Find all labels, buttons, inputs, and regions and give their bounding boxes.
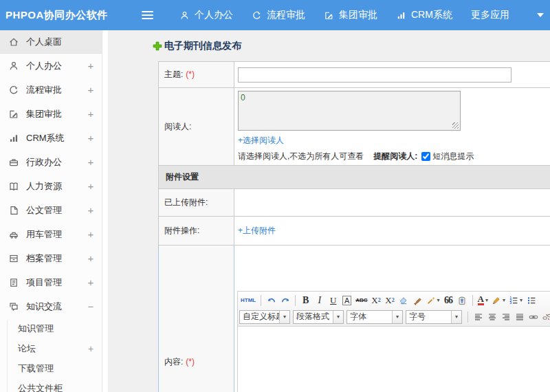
sidebar-item-project-management[interactable]: 项目管理 +: [0, 270, 102, 294]
paragraph-format-select[interactable]: 段落格式▾: [293, 310, 344, 324]
subscript-button[interactable]: X2: [384, 294, 397, 307]
bar-chart-icon: [8, 133, 19, 144]
chat-icon: [8, 301, 19, 312]
eraser-icon[interactable]: [397, 294, 410, 307]
font-color-button[interactable]: A▾: [476, 294, 490, 307]
expand-toggle[interactable]: +: [87, 60, 95, 72]
expand-toggle[interactable]: +: [87, 180, 95, 192]
uploaded-attachments-label: 已上传附件:: [164, 197, 208, 207]
align-right-icon[interactable]: [499, 310, 512, 324]
attachment-op-label-cell: 附件操作:: [159, 217, 234, 246]
auto-typeset-icon[interactable]: ▾: [425, 294, 441, 307]
nav-more-apps[interactable]: 更多应用: [471, 9, 509, 21]
sidebar-item-crm-system[interactable]: CRM系统 +: [0, 126, 102, 150]
attachment-section-row: 附件设置: [159, 166, 550, 189]
unordered-list-icon[interactable]: [525, 294, 538, 307]
font-size-select[interactable]: 字号▾: [406, 310, 462, 324]
align-left-icon[interactable]: [472, 310, 485, 324]
sidebar-item-human-resources[interactable]: 人力资源 +: [0, 174, 102, 198]
caret-down-icon[interactable]: [537, 13, 544, 17]
paste-text-icon[interactable]: [456, 294, 469, 307]
italic-button[interactable]: I: [313, 294, 326, 307]
expand-toggle[interactable]: +: [87, 204, 95, 216]
nav-workflow-approval[interactable]: 流程审批: [252, 9, 305, 21]
select-readers-link[interactable]: +选择阅读人: [238, 135, 284, 145]
expand-toggle[interactable]: +: [87, 108, 95, 120]
publish-form: 主题:(*) 阅读人: 0 +选择阅读人 请选择阅读人,不选为所有人可查看: [158, 61, 550, 392]
expand-toggle[interactable]: +: [87, 156, 95, 168]
readers-textarea-wrap: 0: [238, 91, 461, 133]
nav-crm-system[interactable]: CRM系统: [396, 9, 452, 21]
sms-notify-checkbox[interactable]: [421, 152, 430, 161]
highlight-icon[interactable]: ▾: [490, 294, 507, 307]
expand-toggle[interactable]: +: [87, 252, 95, 264]
expand-toggle[interactable]: +: [87, 343, 95, 354]
sidebar-item-workflow-approval[interactable]: 流程审批 +: [0, 78, 102, 102]
subject-input[interactable]: [238, 67, 512, 83]
uploaded-label-cell: 已上传附件:: [159, 189, 234, 217]
nav-personal-office[interactable]: 个人办公: [179, 9, 233, 21]
sidebar-subitem-public-file-cabinet[interactable]: 公共文件柜: [0, 378, 102, 392]
sidebar-submenu: 知识管理 论坛 + 下载管理 公共文件柜: [0, 318, 102, 392]
toolbar-separator: [472, 295, 473, 306]
undo-icon[interactable]: [265, 294, 278, 307]
sidebar-item-label: 档案管理: [26, 252, 87, 265]
menu-icon[interactable]: [142, 11, 153, 20]
heading-select[interactable]: 自定义标题▾: [239, 310, 290, 324]
font-family-select[interactable]: 字体▾: [346, 310, 403, 324]
sidebar-item-group-approval[interactable]: 集团审批 +: [0, 102, 102, 126]
sidebar-item-label: 项目管理: [26, 276, 87, 289]
source-code-button[interactable]: HTML: [239, 294, 257, 307]
superscript-button[interactable]: X2: [370, 294, 383, 307]
sidebar-subitem-download-management[interactable]: 下载管理: [0, 358, 102, 378]
sidebar-subitem-forum[interactable]: 论坛 +: [0, 338, 102, 358]
sidebar-item-personal-office[interactable]: 个人办公 +: [0, 54, 102, 78]
toolbar-separator: [261, 295, 261, 306]
unlink-icon[interactable]: [540, 310, 550, 324]
subject-label: 主题:: [164, 69, 183, 79]
book-icon: [8, 181, 19, 192]
edit-icon: [324, 10, 334, 21]
expand-toggle[interactable]: +: [87, 276, 95, 288]
format-painter-icon[interactable]: [411, 294, 424, 307]
font-border-button[interactable]: A: [340, 294, 353, 307]
sidebar-item-archive-management[interactable]: 档案管理 +: [0, 246, 102, 270]
readers-hint: 请选择阅读人,不选为所有人可查看: [238, 151, 364, 162]
editor-content-area[interactable]: [238, 327, 550, 392]
sidebar-item-knowledge-exchange[interactable]: 知识交流 −: [0, 294, 102, 318]
car-icon: [8, 229, 19, 240]
person-icon: [179, 10, 190, 21]
expand-toggle[interactable]: +: [87, 84, 95, 96]
underline-button[interactable]: U: [327, 294, 340, 307]
sidebar-item-administrative-office[interactable]: 行政办公 +: [0, 150, 102, 174]
link-icon[interactable]: [527, 310, 540, 324]
rich-text-editor: HTML B I U A ABC: [237, 291, 550, 392]
readers-label-cell: 阅读人:: [159, 88, 234, 166]
sidebar-item-personal-desktop[interactable]: 个人桌面: [0, 30, 102, 54]
process-icon: [252, 10, 262, 21]
expand-toggle[interactable]: +: [87, 228, 95, 240]
sidebar-subitem-label: 论坛: [18, 342, 87, 355]
sidebar-item-label: 流程审批: [26, 84, 87, 96]
sidebar-item-document-management[interactable]: 公文管理 +: [0, 198, 102, 222]
content-row: 内容:(*) HTML B: [159, 246, 550, 392]
attachment-section-header: 附件设置: [159, 166, 550, 189]
readers-label: 阅读人:: [164, 122, 191, 131]
expand-toggle[interactable]: +: [87, 132, 95, 144]
justify-icon[interactable]: [513, 310, 526, 324]
chevron-down-icon: ▾: [451, 311, 461, 323]
redo-icon[interactable]: [278, 294, 292, 307]
sidebar-item-label: 知识交流: [26, 301, 87, 313]
blockquote-button[interactable]: 66: [442, 294, 455, 307]
upload-attachment-link[interactable]: +上传附件: [238, 226, 276, 235]
align-center-icon[interactable]: [485, 310, 498, 324]
bold-button[interactable]: B: [299, 294, 312, 307]
nav-group-approval[interactable]: 集团审批: [324, 9, 377, 21]
strikethrough-button[interactable]: ABC: [354, 294, 368, 307]
collapse-toggle[interactable]: −: [87, 301, 95, 312]
ordered-list-icon[interactable]: ▾: [507, 294, 524, 307]
sidebar-item-vehicle-management[interactable]: 用车管理 +: [0, 222, 102, 246]
sidebar-subitem-knowledge-management[interactable]: 知识管理: [0, 318, 102, 338]
home-icon: [8, 36, 19, 47]
readers-textarea[interactable]: 0: [238, 91, 461, 131]
